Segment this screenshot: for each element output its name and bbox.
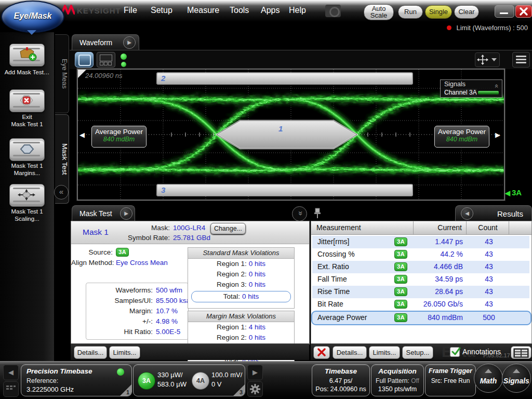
signals-button[interactable]: Signals (502, 364, 531, 393)
add-mask-test-button[interactable] (9, 44, 45, 66)
legend-collapse-icon[interactable]: « (493, 84, 501, 88)
result-row-selected[interactable]: Average Power 3A 840 mdBm 500 (311, 311, 531, 325)
table-icon (513, 348, 529, 358)
application-window: KEYSIGHT File Setup Measure Tools Apps H… (0, 0, 532, 399)
channel-color-swatch (478, 91, 499, 95)
standard-violations-box: Standard Mask Violations Region 1: 0 hit… (188, 247, 295, 309)
precision-timebase-panel[interactable]: Precision Timebase Reference: 3.2225000 … (21, 364, 132, 396)
scaling-arrows-icon (10, 184, 43, 205)
screenshot-camera-icon[interactable] (325, 5, 341, 17)
reference-value: 3.2225000 GHz (26, 385, 74, 393)
result-row[interactable]: Crossing % 3A 44.2 % 43 (312, 248, 529, 261)
menu-file[interactable]: File (124, 6, 137, 15)
change-mask-button[interactable]: Change... (210, 223, 246, 234)
channel-badge: 3A (394, 250, 407, 259)
sidebar-item-label: Margins... (0, 169, 54, 177)
results-grid-button[interactable] (511, 346, 531, 359)
pan-zoom-tool-button[interactable] (475, 52, 500, 67)
eye-diagram-plot[interactable]: 24.00960 ns 2 3 1 Signals « Channel 3A A… (77, 69, 505, 201)
mask-region-1-label: 1 (278, 124, 283, 133)
folder-add-icon (10, 44, 43, 65)
results-details-button[interactable]: Details... (332, 346, 367, 359)
menu-setup[interactable]: Setup (151, 6, 172, 15)
menu-tools[interactable]: Tools (230, 6, 249, 15)
result-row[interactable]: Fall Time 3A 34.59 ps 43 (312, 273, 529, 286)
move-arrows-icon (475, 53, 490, 66)
results-back-icon[interactable]: ◀ (461, 207, 473, 220)
channel-badge: 3A (394, 237, 407, 246)
menu-apps[interactable]: Apps (261, 6, 280, 15)
mask-value: 100G-LR4 (173, 224, 205, 232)
split-display-button[interactable] (97, 52, 115, 68)
status-dot-icon (121, 54, 127, 60)
waveform-play-icon[interactable]: ▶ (123, 36, 136, 49)
mask-scaling-button[interactable] (9, 184, 45, 207)
panel-collapse-button[interactable]: « (292, 206, 307, 221)
dropdown-arrow-icon[interactable] (491, 58, 497, 61)
acquisition-panel[interactable]: Acquisition Full Pattern: Off 1350 pts/w… (371, 364, 424, 396)
limit-status: Limit (Waveforms) : 500 (447, 24, 528, 32)
exit-mask-test-button[interactable] (9, 89, 45, 112)
mode-tab-strip: Eye Meas Mask Test (54, 32, 70, 399)
result-row[interactable]: Jitter[rms] 3A 1.447 ps 43 (312, 236, 529, 248)
menu-help[interactable]: Help (289, 6, 306, 15)
results-limits-button[interactable]: Limits... (369, 346, 400, 359)
sidebar-item-label: Scaling... (0, 215, 54, 222)
channel-3a-badge[interactable]: 3A (138, 372, 155, 390)
tab-waveform[interactable]: Waveform ▶ (72, 34, 139, 50)
delete-measurement-button[interactable] (313, 346, 330, 359)
menu-measure[interactable]: Measure (187, 6, 219, 15)
channels-panel[interactable]: 3A 330 µW/ 583.0 µW 4A 100.0 mV/ 0 V 3 (133, 364, 245, 396)
mask-details-button[interactable]: Details... (74, 346, 107, 359)
mask-margins-button[interactable] (9, 138, 45, 161)
channel-4a-badge[interactable]: 4A (192, 372, 209, 390)
single-display-button[interactable] (75, 52, 94, 68)
mask-region-bottom (157, 184, 413, 196)
menu-hamburger-button[interactable] (512, 52, 530, 68)
margin-violations-title: Margin Mask Violations (188, 311, 294, 322)
single-button[interactable]: Single (425, 5, 452, 19)
tab-mask-test-panel[interactable]: Mask Test ▶ (72, 205, 135, 221)
mask-test-panel: Mask 1 Mask: 100G-LR4 Change... Symbol R… (71, 221, 310, 344)
layout-grid-button[interactable] (3, 381, 19, 397)
clear-button[interactable]: Clear (454, 5, 479, 19)
signals-legend[interactable]: Signals « Channel 3A (440, 79, 502, 98)
sidebar-item-label: Mask Test 1 (0, 121, 54, 128)
result-row[interactable]: Ext. Ratio 3A 4.466 dB 43 (312, 261, 529, 273)
tab-results[interactable]: ◀ Results (455, 205, 532, 221)
frame-trigger-panel[interactable]: Frame Trigger Src: Free Run (425, 364, 476, 396)
auto-scale-button[interactable]: Auto Scale (364, 4, 394, 20)
sidebar-item-label: Exit (0, 113, 54, 121)
mask-limits-button[interactable]: Limits... (109, 346, 140, 359)
run-button[interactable]: Run (398, 5, 423, 19)
channel-badge: 3A (394, 313, 407, 322)
result-row[interactable]: Bit Rate 3A 26.050 Gb/s 43 (312, 298, 529, 311)
timebase-panel[interactable]: Timebase 6.47 ps/ Pos: 24.00960 ns (312, 364, 370, 396)
average-power-callout-left[interactable]: Average Power 840 mdBm (91, 126, 147, 148)
pin-icon[interactable] (313, 207, 322, 219)
mask-test-play-icon[interactable]: ▶ (120, 207, 132, 220)
legend-channel: Channel 3A (444, 89, 477, 96)
gear-icon (250, 384, 260, 394)
close-button[interactable] (515, 5, 532, 18)
left-edge-arrow-icon: ◀ (79, 131, 85, 139)
scroll-right-button[interactable]: ▶ (247, 365, 263, 380)
average-power-callout-right[interactable]: Average Power 840 mdBm (434, 126, 489, 148)
math-button[interactable]: Math (474, 364, 503, 393)
annotations-checkbox[interactable] (450, 347, 460, 357)
col-measurement: Measurement (316, 223, 361, 232)
tab-eye-meas[interactable]: Eye Meas (55, 34, 69, 113)
settings-gear-button[interactable] (247, 381, 263, 397)
right-edge-arrow-icon: ▶ (495, 131, 500, 139)
result-row[interactable]: Rise Time 3A 28.64 ps 43 (312, 286, 529, 298)
annotations-label: Annotations (462, 348, 501, 356)
channel-badge: 3A (394, 262, 407, 271)
status-bar: ◀ Precision Timebase Reference: 3.222500… (0, 361, 532, 399)
results-setup-button[interactable]: Setup... (402, 346, 433, 359)
grid-icon (6, 385, 16, 393)
mask-test-header: Mask 1 Mask: 100G-LR4 Change... Symbol R… (71, 221, 309, 244)
scroll-left-button[interactable]: ◀ (3, 365, 19, 380)
mask-region-top (157, 73, 413, 84)
sidebar-collapse-button[interactable]: « (54, 185, 69, 200)
minimize-button[interactable] (495, 5, 514, 18)
